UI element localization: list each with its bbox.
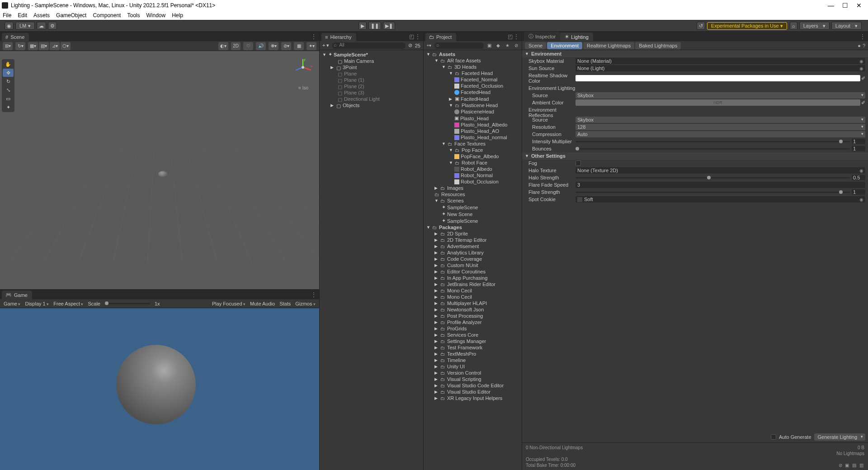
project-item[interactable]: ▼Scenes: [424, 197, 522, 204]
hierarchy-context-icon[interactable]: ⋮: [415, 33, 420, 40]
shadow-color-field[interactable]: [576, 75, 860, 81]
object-picker-icon[interactable]: ◉: [859, 197, 863, 202]
project-item[interactable]: ▶ProGrids: [424, 325, 522, 332]
transform-tool[interactable]: ✦: [3, 103, 14, 111]
2d-toggle[interactable]: 2D: [231, 42, 241, 50]
project-item[interactable]: ▶Services Core: [424, 332, 522, 338]
eyedropper-icon[interactable]: ✐: [861, 100, 865, 106]
undo-history-icon[interactable]: ↺: [697, 22, 705, 30]
maximize-button[interactable]: ☐: [842, 2, 848, 9]
scale-tool[interactable]: ⤡: [3, 86, 14, 94]
project-item[interactable]: ▶Code Coverage: [424, 256, 522, 262]
compression-dropdown[interactable]: Auto: [576, 131, 865, 137]
project-item[interactable]: ▶Advertisement: [424, 243, 522, 249]
project-item[interactable]: Plasto_Head_Albedo: [424, 122, 522, 128]
project-item[interactable]: ✦SampleScene: [424, 204, 522, 211]
tab-inspector[interactable]: ⓘInspector: [524, 32, 560, 41]
eyedropper-icon[interactable]: ✐: [861, 75, 865, 81]
project-item[interactable]: ▶Mono Cecil: [424, 287, 522, 294]
project-item[interactable]: ▼Face Textures: [424, 141, 522, 147]
filter-type-icon[interactable]: ▣: [486, 42, 493, 49]
project-max-icon[interactable]: ◰: [508, 33, 513, 40]
bounces-slider[interactable]: [576, 148, 850, 150]
gizmos-dropdown[interactable]: Gizmos: [295, 301, 316, 306]
menu-assets[interactable]: Assets: [33, 12, 50, 19]
cloud-icon[interactable]: ☁: [37, 22, 46, 30]
object-picker-icon[interactable]: ◉: [859, 168, 863, 173]
environment-section[interactable]: ▼Environment: [522, 50, 868, 57]
hierarchy-item[interactable]: ▶▢3Point: [320, 64, 423, 70]
object-picker-icon[interactable]: ◉: [859, 66, 863, 71]
project-item[interactable]: ▼Plasticene Head: [424, 102, 522, 108]
hidden-icon[interactable]: ⊘▾: [281, 42, 291, 50]
project-context-icon[interactable]: ⋮: [514, 33, 519, 40]
subtab-scene[interactable]: Scene: [525, 42, 546, 49]
layers-dropdown[interactable]: Layers ▾: [799, 22, 830, 30]
mute-audio-toggle[interactable]: Mute Audio: [250, 301, 275, 306]
halo-strength-value[interactable]: 0.5: [852, 175, 865, 180]
create-button[interactable]: + ▾: [322, 42, 329, 48]
stats-toggle[interactable]: Stats: [279, 301, 291, 306]
project-item[interactable]: Resources: [424, 191, 522, 197]
project-item[interactable]: ▶XR Legacy Input Helpers: [424, 395, 522, 401]
game-tab[interactable]: 🎮 Game: [2, 291, 32, 299]
search-icon[interactable]: ⌕: [790, 22, 797, 30]
pause-button[interactable]: ❚❚: [368, 22, 381, 30]
skybox-field[interactable]: None (Material)◉: [576, 58, 865, 64]
packages-folder[interactable]: ▼Packages: [424, 224, 522, 230]
ambient-color-field[interactable]: HDR: [576, 99, 860, 106]
hierarchy-search[interactable]: All: [332, 42, 405, 49]
pivot-mode-icon[interactable]: ⊞▾: [3, 42, 13, 50]
project-create-button[interactable]: +▾: [425, 42, 433, 49]
sun-field[interactable]: None (Light)◉: [576, 65, 865, 71]
rect-tool[interactable]: ▭: [3, 94, 14, 103]
autogenerate-checkbox[interactable]: [771, 434, 776, 440]
object-picker-icon[interactable]: ◉: [859, 59, 863, 64]
hierarchy-tab[interactable]: ≡ Hierarchy: [321, 33, 356, 41]
intensity-value[interactable]: 1: [852, 139, 865, 144]
drawmode-icon[interactable]: ◐▾: [218, 42, 228, 50]
menu-edit[interactable]: Edit: [18, 12, 27, 19]
lighting-icon[interactable]: ♡: [243, 42, 253, 50]
audio-icon[interactable]: 🔊: [256, 42, 266, 50]
layout-dropdown[interactable]: Layout ▾: [831, 22, 862, 30]
project-item[interactable]: ▶Timeline: [424, 357, 522, 363]
source-dropdown[interactable]: Skybox: [576, 92, 865, 99]
project-item[interactable]: ✦New Scene: [424, 211, 522, 217]
project-item[interactable]: ▶Mono Cecil: [424, 294, 522, 300]
other-section[interactable]: ▼Other Settings: [522, 152, 868, 160]
project-item[interactable]: ▶Newtonsoft Json: [424, 306, 522, 313]
project-item[interactable]: ▶Visual Scripting: [424, 376, 522, 382]
gizmos-icon[interactable]: ✦▾: [307, 42, 316, 50]
help-icon[interactable]: ?: [863, 43, 865, 48]
scene-context-icon[interactable]: ⋮: [311, 33, 316, 40]
project-item[interactable]: ▶Profile Analyzer: [424, 319, 522, 325]
project-item[interactable]: ▶2D Tilemap Editor: [424, 237, 522, 243]
visibility-icon[interactable]: ⊘: [408, 42, 412, 48]
project-item[interactable]: PlasiceneHead: [424, 108, 522, 115]
settings-bullet-icon[interactable]: ●: [858, 43, 861, 48]
project-item[interactable]: Faceted_Occlusion: [424, 83, 522, 89]
scene-tab[interactable]: # Scene: [2, 33, 29, 41]
game-context-icon[interactable]: ⋮: [311, 291, 316, 298]
subtab-realtime[interactable]: Realtime Lightmaps: [583, 42, 634, 49]
hierarchy-item[interactable]: ▶▢Objects: [320, 102, 423, 108]
halo-texture-field[interactable]: None (Texture 2D)◉: [576, 167, 865, 174]
hierarchy-item[interactable]: ▢Plane (3): [320, 89, 423, 96]
project-item[interactable]: ▶Test Framework: [424, 344, 522, 351]
project-item[interactable]: ▶Unity UI: [424, 363, 522, 370]
halo-strength-slider[interactable]: [576, 177, 850, 179]
game-mode-dropdown[interactable]: Game: [4, 301, 20, 306]
filter-label-icon[interactable]: ◆: [495, 42, 502, 49]
project-item[interactable]: ▶Editor Coroutines: [424, 268, 522, 275]
axis-gizmo[interactable]: x y: [293, 57, 313, 77]
hierarchy-item[interactable]: ▢Plane: [320, 70, 423, 77]
project-item[interactable]: ▶Visual Studio Code Editor: [424, 382, 522, 389]
project-item[interactable]: PopFace_Albedo: [424, 153, 522, 160]
project-item[interactable]: ▼AR face Assets: [424, 57, 522, 64]
hierarchy-item[interactable]: ▢Plane (1): [320, 77, 423, 83]
step-button[interactable]: ▶❚: [383, 22, 395, 30]
generate-lighting-button[interactable]: Generate Lighting: [814, 433, 865, 441]
intensity-slider[interactable]: [576, 141, 850, 142]
hierarchy-max-icon[interactable]: ◰: [409, 33, 414, 40]
